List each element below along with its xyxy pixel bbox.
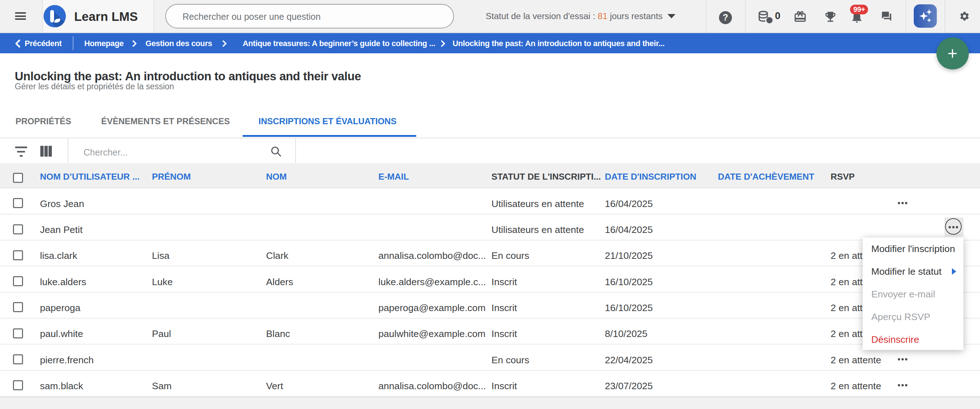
svg-text:?: ?: [723, 12, 728, 22]
